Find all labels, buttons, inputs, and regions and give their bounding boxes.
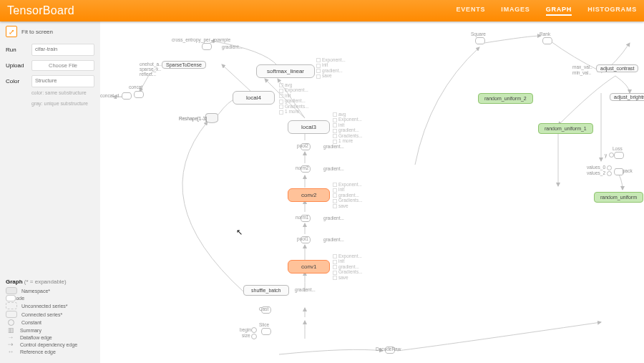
mouse-cursor-icon: ↖ bbox=[236, 228, 243, 237]
text-slice: Slice bbox=[259, 322, 269, 327]
sidelist-local4: avgExponent...initgradient...Gradients..… bbox=[279, 82, 309, 115]
node-conv2[interactable]: conv2 bbox=[288, 188, 330, 202]
text-norm1: norm1 bbox=[296, 215, 308, 220]
label-gradient-pool1: gradient... bbox=[323, 237, 344, 242]
label-gradient-norm2: gradient... bbox=[323, 166, 344, 171]
label-concat-d: concat_d.. bbox=[100, 93, 122, 98]
label-reflect: reflect... bbox=[140, 72, 156, 77]
legend-item-control: Control dependency edge bbox=[20, 342, 77, 347]
node-rank[interactable] bbox=[542, 37, 552, 44]
sidelist-conv2: Exponent...initgradient...Gradients...sa… bbox=[333, 182, 363, 208]
node-random-uniform[interactable]: random_uniform bbox=[594, 192, 643, 203]
text-loss: Loss bbox=[613, 146, 623, 151]
sidelist-conv1: Exponent...initgradient...Gradients...sa… bbox=[333, 253, 363, 280]
fit-label: Fit to screen bbox=[21, 29, 53, 35]
text-pool1: pool1 bbox=[297, 236, 308, 241]
node-random-uniform-2[interactable]: random_uniform_2 bbox=[478, 93, 533, 104]
sidebar: ⤢ Fit to screen Run cifar-train Upload C… bbox=[0, 21, 101, 363]
node-reshape[interactable] bbox=[205, 113, 218, 123]
label-sparse-x: sparse_x.. bbox=[140, 67, 161, 72]
node-adjust-brightness[interactable]: adjust_brightness bbox=[610, 93, 644, 101]
const-v2 bbox=[607, 171, 612, 176]
sidelist-softmax: Exponent...initgradient...save bbox=[316, 57, 346, 79]
legend-item-dataflow: Dataflow edge bbox=[20, 335, 52, 340]
legend-dataflow-icon: → bbox=[6, 334, 16, 340]
graph-canvas[interactable]: cross_entropy_per_example gradient... on… bbox=[100, 21, 644, 363]
node-adjust-contrast[interactable]: adjust_contrast bbox=[596, 64, 638, 72]
legend-item-unconnected: Unconnected series* bbox=[21, 304, 68, 309]
label-gradient-shuffle: gradient... bbox=[295, 287, 316, 292]
tab-events[interactable]: EVENTS bbox=[457, 6, 486, 16]
node-sparse-to-dense[interactable]: SparseToDense bbox=[162, 61, 206, 69]
node-local4[interactable]: local4 bbox=[233, 91, 275, 105]
graph-edges bbox=[100, 21, 644, 363]
node-cross-entropy[interactable]: cross_entropy_per_example bbox=[172, 37, 230, 42]
text-norm2: norm2 bbox=[296, 165, 308, 170]
label-reshape: Reshape[1-3] bbox=[179, 116, 207, 121]
node-loss[interactable] bbox=[614, 152, 624, 159]
label-y: y bbox=[605, 153, 607, 158]
const-y bbox=[609, 153, 614, 158]
legend-connected-icon bbox=[6, 311, 17, 318]
choose-file-button[interactable]: Choose File bbox=[31, 60, 94, 71]
legend-reference-icon: ↔ bbox=[6, 349, 16, 354]
sidelist-local3: avgExponent...initgradient...Gradients..… bbox=[333, 112, 363, 144]
tab-images[interactable]: IMAGES bbox=[501, 6, 530, 16]
node-shuffle-batch[interactable]: shuffle_batch bbox=[243, 285, 289, 296]
tab-histograms[interactable]: HISTOGRAMS bbox=[587, 6, 637, 16]
legend-item-summary: Summary bbox=[20, 328, 42, 333]
node-square[interactable] bbox=[475, 37, 485, 44]
label-size: size bbox=[242, 333, 250, 338]
op-cross-entropy[interactable] bbox=[202, 43, 212, 50]
legend-opnode-icon bbox=[6, 295, 16, 301]
header-tabs: EVENTS IMAGES GRAPH HISTOGRAMS bbox=[457, 6, 637, 16]
legend-item-constant: Constant bbox=[21, 320, 42, 325]
label-onehot: onehot_a.. bbox=[140, 62, 162, 67]
text-pool2: pool2 bbox=[297, 143, 308, 148]
node-softmax-linear[interactable]: softmax_linear bbox=[256, 64, 315, 78]
op-concat-d[interactable] bbox=[122, 92, 132, 100]
legend-summary-icon: ▥ bbox=[6, 327, 16, 333]
legend-item-reference: Reference edge bbox=[20, 349, 56, 354]
legend-title: Graph bbox=[6, 279, 23, 285]
legend-namespace-icon bbox=[6, 287, 17, 294]
app-title: TensorBoard bbox=[7, 4, 74, 17]
text-cast: Cast bbox=[259, 306, 268, 311]
text-decoderaw: DecodeRaw bbox=[376, 347, 401, 352]
node-random-uniform-1[interactable]: random_uniform_1 bbox=[538, 123, 593, 134]
text-pack: pack bbox=[623, 168, 633, 173]
legend-constant-icon bbox=[8, 319, 14, 326]
const-size bbox=[251, 334, 257, 339]
legend-control-icon: ⇢ bbox=[6, 342, 16, 347]
color-row: Color Structure bbox=[0, 73, 100, 89]
legend-unconnected-icon bbox=[6, 302, 17, 309]
upload-label: Upload bbox=[6, 62, 27, 69]
tab-graph[interactable]: GRAPH bbox=[546, 6, 572, 16]
text-square: Square bbox=[471, 32, 486, 37]
run-select[interactable]: cifar-train bbox=[31, 44, 94, 56]
label-gradient-norm1: gradient... bbox=[323, 216, 344, 221]
legend-note: (* = expandable) bbox=[24, 279, 67, 285]
fit-icon: ⤢ bbox=[6, 26, 17, 37]
color-hint-2: gray: unique substructure bbox=[0, 100, 100, 111]
label-values-0: values_0 bbox=[587, 165, 605, 170]
text-rank: Rank bbox=[540, 32, 550, 37]
label-min-val: min_val.. bbox=[572, 70, 591, 75]
node-local3[interactable]: local3 bbox=[288, 120, 330, 134]
node-slice[interactable] bbox=[261, 328, 271, 335]
label-begin: begin bbox=[240, 327, 251, 332]
legend-item-namespace: Namespace* bbox=[21, 289, 50, 294]
label-gradient-0: gradient... bbox=[222, 44, 243, 49]
op-concat[interactable] bbox=[134, 91, 144, 98]
run-label: Run bbox=[6, 47, 27, 53]
node-concat: concat bbox=[129, 84, 142, 89]
color-select[interactable]: Structure bbox=[31, 75, 94, 87]
fit-to-screen-button[interactable]: ⤢ Fit to screen bbox=[0, 21, 100, 42]
label-values-2: values_2 bbox=[587, 170, 605, 175]
node-conv1[interactable]: conv1 bbox=[288, 260, 330, 274]
app-header: TensorBoard EVENTS IMAGES GRAPH HISTOGRA… bbox=[0, 0, 644, 21]
graph-legend: Graph (* = expandable) Namespace* OpNode… bbox=[0, 274, 112, 360]
const-begin bbox=[251, 327, 257, 333]
color-hint-1: color: same substructure bbox=[0, 89, 100, 100]
const-v0 bbox=[607, 165, 612, 170]
